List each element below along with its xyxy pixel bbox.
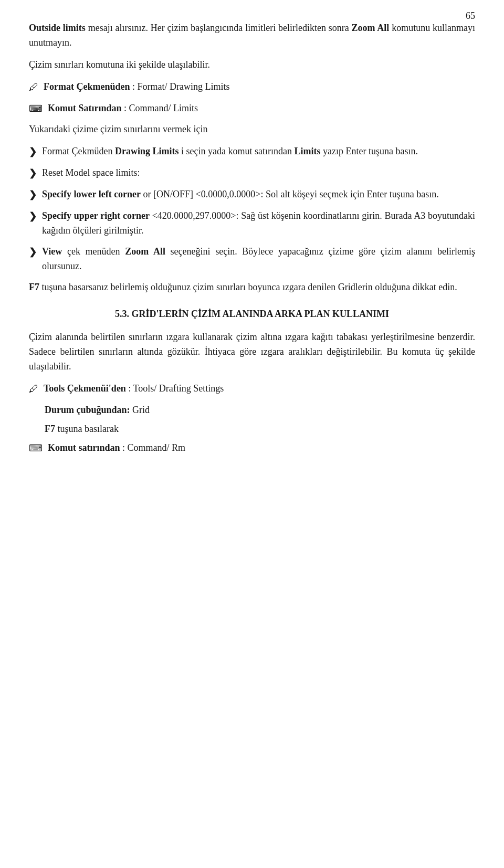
arrow-item-4: ❯ Specify upper right corner <420.0000,2…: [29, 209, 475, 238]
arrow-item-5: ❯ View çek menüden Zoom All seçeneğini s…: [29, 245, 475, 274]
para3: Yukarıdaki çizime çizim sınırlarını verm…: [29, 122, 475, 137]
zoom-all-bold2: Zoom All: [125, 246, 165, 257]
page-number: 65: [466, 10, 475, 22]
format-value: : Format/ Drawing Limits: [132, 81, 229, 92]
para4: F7 tuşuna basarsanız belirlemiş olduğunu…: [29, 280, 475, 295]
komut2-icon: ⌨: [29, 441, 43, 456]
para1-text: mesajı alırsınız. Her çizim başlangıcınd…: [88, 23, 352, 33]
komut-label: Komut Satırından: [48, 103, 122, 113]
indent-block: Durum çubuğundan: Grid F7 tuşuna basılar…: [45, 403, 475, 437]
komut-content: Komut Satırından : Command/ Limits: [48, 101, 475, 116]
komut-icon: ⌨: [29, 102, 43, 117]
format-content: Format Çekmenüden : Format/ Drawing Limi…: [44, 80, 475, 94]
arrow-item-3: ❯ Specify lower left corner or [ON/OFF] …: [29, 187, 475, 203]
arrow-content-2: Reset Model space limits:: [42, 166, 475, 181]
arrow-icon-4: ❯: [29, 209, 37, 224]
arrow-icon-2: ❯: [29, 166, 37, 181]
arrow-content-5: View çek menüden Zoom All seçeneğini seç…: [42, 245, 475, 274]
format-icon: 🖊: [29, 80, 38, 95]
tools-icon: 🖊: [29, 382, 38, 397]
arrow-item-1: ❯ Format Çekmüden Drawing Limits i seçin…: [29, 144, 475, 160]
specify-lower-bold: Specify lower left corner: [42, 189, 141, 199]
arrow-content-3: Specify lower left corner or [ON/OFF] <0…: [42, 187, 475, 202]
section-para1: Çizim alanında belirtilen sınırların ızg…: [29, 330, 475, 374]
para2: Çizim sınırları komutuna iki şekilde ula…: [29, 58, 475, 72]
arrow-icon-5: ❯: [29, 245, 37, 260]
f7-bold: F7: [29, 282, 39, 292]
komut2-item: ⌨ Komut satırından : Command/ Rm: [29, 441, 475, 456]
tools-label: Tools Çekmenüi'den: [44, 383, 126, 394]
para1: Outside limits mesajı alırsınız. Her çiz…: [29, 21, 475, 50]
tools-item: 🖊 Tools Çekmenüi'den : Tools/ Drafting S…: [29, 382, 475, 397]
format-menu-item: 🖊 Format Çekmenüden : Format/ Drawing Li…: [29, 80, 475, 95]
f7-label: F7: [45, 424, 55, 434]
komut2-label: Komut satırından: [48, 442, 120, 453]
durum-value: Grid: [132, 405, 150, 415]
komut-item: ⌨ Komut Satırından : Command/ Limits: [29, 101, 475, 117]
section-heading: 5.3. GRİD'LERİN ÇİZİM ALANINDA ARKA PLAN…: [29, 307, 475, 322]
tools-value: : Tools/ Drafting Settings: [128, 383, 224, 394]
durum-label: Durum çubuğundan:: [45, 405, 130, 415]
format-label: Format Çekmenüden: [44, 81, 130, 92]
outside-limits-bold: Outside limits: [29, 23, 86, 33]
drawing-limits-bold: Drawing Limits: [115, 146, 179, 156]
f7-text: tuşuna basılarak: [58, 424, 119, 434]
arrow-content-1: Format Çekmüden Drawing Limits i seçin y…: [42, 144, 475, 159]
komut2-value: : Command/ Rm: [122, 442, 185, 453]
arrow-icon-3: ❯: [29, 188, 37, 203]
durum-item: Durum çubuğundan: Grid: [45, 403, 475, 418]
zoom-all-bold: Zoom All: [352, 23, 390, 33]
f7-item: F7 tuşuna basılarak: [45, 422, 475, 437]
view-bold: View: [42, 246, 62, 257]
arrow-content-4: Specify upper right corner <420.0000,297…: [42, 209, 475, 238]
komut-value: : Command/ Limits: [124, 103, 198, 113]
komut2-content: Komut satırından : Command/ Rm: [48, 441, 475, 456]
limits-bold: Limits: [294, 146, 320, 156]
tools-content: Tools Çekmenüi'den : Tools/ Drafting Set…: [44, 382, 475, 396]
specify-upper-bold: Specify upper right corner: [42, 210, 150, 221]
arrow-icon-1: ❯: [29, 145, 37, 160]
arrow-item-2: ❯ Reset Model space limits:: [29, 166, 475, 181]
